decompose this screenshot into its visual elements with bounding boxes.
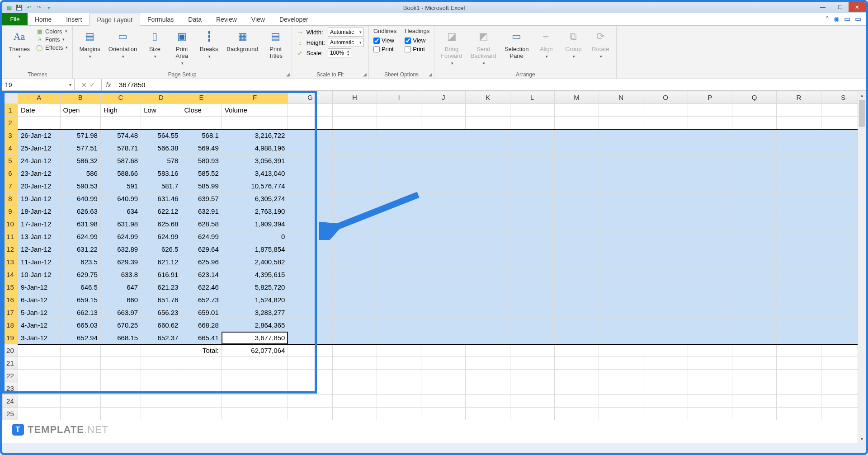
cell-B9[interactable]: 626.63: [60, 205, 100, 218]
cell-F13[interactable]: 2,400,582: [222, 256, 288, 268]
cell-D16[interactable]: 651.76: [141, 294, 181, 306]
cell-J16[interactable]: [421, 294, 466, 306]
cell-A22[interactable]: [18, 370, 60, 382]
cell-N2[interactable]: [599, 117, 643, 129]
cell-A10[interactable]: 17-Jan-12: [18, 218, 60, 230]
cell-H19[interactable]: [332, 332, 377, 344]
tab-page-layout[interactable]: Page Layout: [89, 14, 140, 26]
colors-button[interactable]: ▦Colors▾: [36, 28, 68, 35]
cell-E19[interactable]: 665.41: [181, 332, 222, 344]
cell-F8[interactable]: 6,305,274: [222, 192, 288, 205]
row-header-25[interactable]: 25: [3, 408, 18, 420]
cell-H23[interactable]: [332, 382, 377, 395]
cell-N19[interactable]: [599, 332, 643, 344]
cell-I16[interactable]: [377, 294, 421, 306]
cell-A16[interactable]: 6-Jan-12: [18, 294, 60, 306]
undo-icon[interactable]: ↶: [25, 4, 33, 12]
cell-L11[interactable]: [510, 230, 554, 243]
cell-E4[interactable]: 569.49: [181, 142, 222, 155]
cell-P16[interactable]: [688, 294, 732, 306]
cell-O19[interactable]: [643, 332, 688, 344]
cell-B11[interactable]: 624.99: [60, 230, 100, 243]
cell-K21[interactable]: [466, 357, 510, 370]
maximize-button[interactable]: ☐: [831, 2, 849, 12]
cell-F19[interactable]: 3,677,850: [222, 332, 288, 344]
cell-B18[interactable]: 665.03: [60, 319, 100, 332]
cell-F23[interactable]: [222, 382, 288, 395]
fonts-button[interactable]: AFonts▾: [36, 36, 68, 43]
tab-home[interactable]: Home: [28, 13, 59, 25]
cell-E1[interactable]: Close: [181, 104, 222, 117]
cell-Q22[interactable]: [732, 370, 776, 382]
cell-D14[interactable]: 616.91: [141, 268, 181, 281]
row-header-21[interactable]: 21: [3, 357, 18, 370]
row-header-14[interactable]: 14: [3, 268, 18, 281]
cell-C5[interactable]: 587.68: [100, 155, 141, 167]
cell-P7[interactable]: [688, 180, 732, 192]
cell-B17[interactable]: 662.13: [60, 306, 100, 319]
row-header-15[interactable]: 15: [3, 281, 18, 294]
cell-D25[interactable]: [141, 408, 181, 420]
cell-R14[interactable]: [777, 268, 821, 281]
cell-O14[interactable]: [643, 268, 688, 281]
cell-E10[interactable]: 628.58: [181, 218, 222, 230]
cell-N22[interactable]: [599, 370, 643, 382]
cell-C1[interactable]: High: [100, 104, 141, 117]
col-header-E[interactable]: E: [181, 91, 222, 104]
cell-O10[interactable]: [643, 218, 688, 230]
cell-A3[interactable]: 26-Jan-12: [18, 129, 60, 142]
cell-N7[interactable]: [599, 180, 643, 192]
file-tab[interactable]: File: [2, 13, 28, 25]
cell-M21[interactable]: [554, 357, 599, 370]
cell-G11[interactable]: [288, 230, 332, 243]
cell-K4[interactable]: [466, 142, 510, 155]
cell-A8[interactable]: 19-Jan-12: [18, 192, 60, 205]
col-header-G[interactable]: G: [288, 91, 332, 104]
cell-R15[interactable]: [777, 281, 821, 294]
cell-G10[interactable]: [288, 218, 332, 230]
cell-N21[interactable]: [599, 357, 643, 370]
cell-E20[interactable]: Total:: [181, 344, 222, 357]
cell-K14[interactable]: [466, 268, 510, 281]
cell-N17[interactable]: [599, 306, 643, 319]
cell-G3[interactable]: [288, 129, 332, 142]
cell-E22[interactable]: [181, 370, 222, 382]
cell-O2[interactable]: [643, 117, 688, 129]
row-header-17[interactable]: 17: [3, 306, 18, 319]
cell-H22[interactable]: [332, 370, 377, 382]
cell-I10[interactable]: [377, 218, 421, 230]
cell-A17[interactable]: 5-Jan-12: [18, 306, 60, 319]
cell-C21[interactable]: [100, 357, 141, 370]
cell-R3[interactable]: [777, 129, 821, 142]
row-header-13[interactable]: 13: [3, 256, 18, 268]
minimize-ribbon-icon[interactable]: ˄: [826, 15, 829, 23]
cell-A5[interactable]: 24-Jan-12: [18, 155, 60, 167]
cell-E17[interactable]: 659.01: [181, 306, 222, 319]
cell-N24[interactable]: [599, 395, 643, 408]
width-dropdown[interactable]: Automatic▾: [328, 28, 364, 37]
cell-Q25[interactable]: [732, 408, 776, 420]
cell-P19[interactable]: [688, 332, 732, 344]
cell-C12[interactable]: 632.89: [100, 243, 141, 256]
cell-Q17[interactable]: [732, 306, 776, 319]
cell-L12[interactable]: [510, 243, 554, 256]
cell-J18[interactable]: [421, 319, 466, 332]
col-header-A[interactable]: A: [18, 91, 60, 104]
cell-K16[interactable]: [466, 294, 510, 306]
cell-G9[interactable]: [288, 205, 332, 218]
cell-M14[interactable]: [554, 268, 599, 281]
cell-G8[interactable]: [288, 192, 332, 205]
cell-Q21[interactable]: [732, 357, 776, 370]
cell-M22[interactable]: [554, 370, 599, 382]
cell-H17[interactable]: [332, 306, 377, 319]
print-area-button[interactable]: ▣Print Area▾: [170, 28, 193, 66]
row-header-11[interactable]: 11: [3, 230, 18, 243]
cell-N20[interactable]: [599, 344, 643, 357]
cell-G20[interactable]: [288, 344, 332, 357]
cell-N18[interactable]: [599, 319, 643, 332]
cell-P22[interactable]: [688, 370, 732, 382]
cell-N23[interactable]: [599, 382, 643, 395]
redo-icon[interactable]: ↷: [35, 4, 43, 12]
cell-I13[interactable]: [377, 256, 421, 268]
cell-D17[interactable]: 656.23: [141, 306, 181, 319]
